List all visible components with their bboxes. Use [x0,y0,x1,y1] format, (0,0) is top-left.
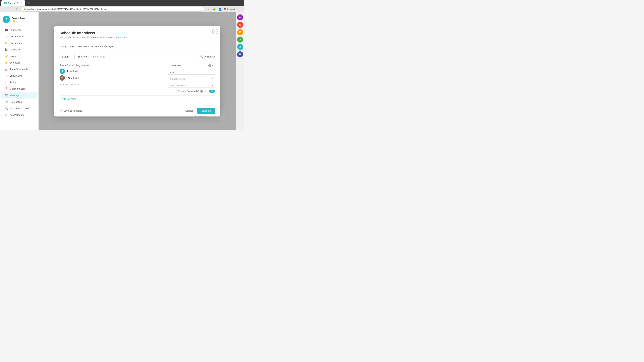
continue-button[interactable]: Continue [198,108,215,114]
availability-button[interactable]: 🔍 Availability [200,55,215,58]
sidebar-label-questionnaires: Questionnaires [10,87,26,90]
lauren-deli-name: Lauren Deli [66,77,79,79]
extensions-button[interactable]: 🧩 [212,7,216,11]
right-avatar-m[interactable]: M [237,29,243,35]
request-scorecards-row: Request Scorecards? i Yes No [168,90,215,93]
new-tab-button[interactable]: + [26,1,31,5]
assigned-to-value: Lauren Deli [170,64,181,67]
sidebar-item-background-checks[interactable]: 🔍 Background Checks [1,105,37,112]
add-interview-button[interactable]: + Add Interview [60,96,76,102]
back-button[interactable]: ← [2,7,7,11]
incognito-label: Incognito [227,8,236,10]
sidebar-item-notes[interactable]: 📝 Notes [1,53,37,59]
modal-subtitle: Plan, organize and schedule one or more … [60,36,215,39]
sidebar-item-questionnaires[interactable]: ❓ Questionnaires [1,86,37,92]
modal-footer: 💾 Save as Template Cancel Continue [54,105,220,116]
sidebar-item-references[interactable]: 🔗 References [1,99,37,105]
documents-icon: 📁 [5,41,8,44]
modal-body: Mar 21, 2024 GMT-08:00 - America/Anchora… [54,42,220,105]
location-row [168,70,215,75]
sidebar-label-background-checks: Background Checks [10,107,31,110]
interview-guide-placeholder: Interview Guide [170,78,185,80]
sidebar-label-resume: Resume / CV [10,35,24,38]
john-smith-name: John Smith [66,70,78,72]
forward-button[interactable]: → [8,7,13,11]
date-display[interactable]: Mar 21, 2024 [60,45,74,48]
sidebar-item-experience[interactable]: 💼 Experience [1,27,37,33]
right-avatar-j1[interactable]: J [237,36,243,42]
address-bar: ← → ↻ 🔒 app.breezy.hr/app/c/moodjoy/p/59… [0,6,244,12]
right-avatar-n[interactable]: N [237,14,243,20]
scorecards-info-icon[interactable]: i [200,90,203,93]
bookmark-button[interactable]: ☆ [206,7,210,11]
star-icon[interactable]: ★ [16,19,18,22]
sidebar-item-discussion[interactable]: 💬 Discussion [1,46,37,53]
time-select[interactable]: 2:15pm ▾ [60,54,75,59]
add-interview-label: Add Interview [62,97,76,100]
interview-guide-select[interactable]: Interview Guide ▾ [168,77,215,81]
search-icon: 🔍 [200,55,203,58]
assigned-to-select[interactable]: Lauren Deli i ▾ [168,63,215,68]
sidebar-item-assessments[interactable]: 📋 Assessments [1,112,37,118]
duration-value: 15 min [78,55,85,58]
right-avatar-j2[interactable]: J [237,44,243,50]
sidebar: J Joven Paw 🔔 ★ 💼 Experience 📄 Resume / … [0,12,38,130]
sidebar-label-team-scorecards: Team Scorecards [10,68,28,70]
video-interview-row: Video Interview? ▾ [168,83,215,88]
sidebar-item-resume[interactable]: 📄 Resume / CV [1,33,37,40]
active-tab[interactable]: B Breezy HR ✕ [1,0,25,6]
team-scorecards-icon: 📊 [5,68,8,71]
url-bar[interactable]: 🔒 app.breezy.hr/app/c/moodjoy/p/59357218… [21,7,204,11]
reload-button[interactable]: ↻ [15,7,20,11]
modal-overlay: ✕ Schedule Interviews Plan, organize and… [38,12,236,130]
meetings-icon: 📅 [5,94,8,97]
timezone-select[interactable]: GMT-08:00 - America/Anchorage ▾ [78,45,114,48]
sidebar-item-email-sms[interactable]: ✉️ Email / SMS [1,72,37,79]
save-icon: 💾 [60,109,62,112]
learn-more-link[interactable]: Learn More [115,36,127,39]
info-icon[interactable]: i [208,64,211,67]
assigned-to-arrow-icon: ▾ [212,64,213,67]
sidebar-item-scorecard[interactable]: ⭐ Scorecard [1,59,37,66]
video-interview-select[interactable]: Video Interview? ▾ [168,83,215,88]
video-interview-arrow-icon: ▾ [212,84,213,86]
notification-icon[interactable]: 🔔 [12,19,15,22]
timezone-arrow-icon: ▾ [113,45,114,48]
location-input[interactable] [168,70,215,75]
right-avatar-b[interactable]: B [237,51,243,57]
right-avatar-c[interactable]: C [237,22,243,28]
svg-point-1 [60,78,64,81]
lauren-deli-avatar [60,75,65,81]
background-checks-icon: 🔍 [5,107,8,110]
sidebar-label-notes: Notes [10,55,16,57]
interview-description[interactable]: Interview description [60,83,164,86]
notes-icon: 📝 [5,55,8,58]
email-icon: ✉️ [5,74,8,77]
sidebar-item-team-scorecards[interactable]: 📊 Team Scorecards [1,66,37,72]
scorecard-icon: ⭐ [5,61,8,64]
time-arrow-icon: ▾ [70,56,72,57]
modal-subtitle-text: Plan, organize and schedule one or more … [60,36,114,39]
schedule-interviews-modal: ✕ Schedule Interviews Plan, organize and… [54,26,220,116]
sidebar-label-scorecard: Scorecard [10,61,20,64]
tab-close-button[interactable]: ✕ [20,2,23,4]
footer-actions: Cancel Continue [183,108,215,114]
lauren-avatar-img [60,75,65,81]
no-badge[interactable]: No [209,90,215,93]
sidebar-item-meetings[interactable]: 📅 Meetings [1,92,37,98]
profile-button[interactable]: 👤 [218,7,222,11]
interview-guide-arrow-icon: ▾ [212,78,213,80]
sidebar-item-documents[interactable]: 📁 Documents [1,40,37,46]
cancel-button[interactable]: Cancel [183,108,196,113]
duration-select[interactable]: 15 min ▾ [76,54,90,59]
duration-arrow-icon: ▾ [86,55,87,58]
interview-title[interactable]: Joven Paw Meeting (Manager) [60,63,164,67]
save-template-label: Save as Template [64,109,82,112]
save-as-template-button[interactable]: 💾 Save as Template [60,109,82,112]
modal-title: Schedule Interviews [60,31,215,35]
url-text: app.breezy.hr/app/c/moodjoy/p/59357218dc… [27,8,107,10]
menu-button[interactable]: ⋮ [238,7,242,11]
modal-close-button[interactable]: ✕ [212,29,218,34]
sidebar-item-tasks[interactable]: ✓ Tasks [1,79,37,85]
interviewers-field[interactable]: Interviewers [91,54,199,59]
